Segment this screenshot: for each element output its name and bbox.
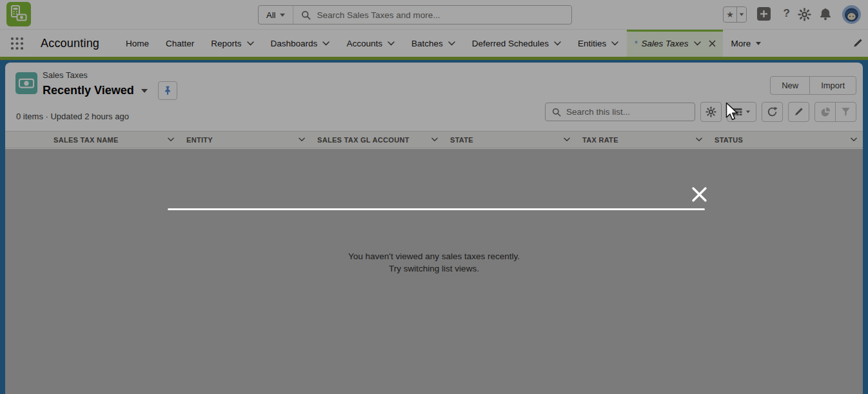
- app-name: Accounting: [41, 30, 99, 57]
- column-header-gl-account[interactable]: SALES TAX GL ACCOUNT: [311, 132, 444, 148]
- list-search-box: [545, 103, 695, 121]
- refresh-icon: [767, 106, 778, 117]
- chevron-down-icon[interactable]: [431, 137, 438, 142]
- chevron-down-icon[interactable]: [696, 137, 702, 142]
- new-button[interactable]: New: [770, 76, 810, 95]
- primary-actions: New Import: [770, 76, 856, 95]
- view-row: Recently Viewed: [43, 81, 177, 100]
- calculator-banknote-icon: [8, 3, 30, 25]
- tab-reports[interactable]: Reports: [202, 30, 262, 57]
- unsaved-asterisk: *: [634, 39, 637, 48]
- quick-add-button[interactable]: [756, 6, 771, 21]
- chevron-down-icon: [280, 14, 285, 17]
- tab-close-button[interactable]: [709, 40, 716, 47]
- refresh-button[interactable]: [762, 102, 783, 122]
- app-logo[interactable]: [6, 2, 31, 26]
- favorites-caret-button[interactable]: [737, 7, 746, 22]
- question-icon: ?: [784, 7, 790, 20]
- chart-filter-group: [814, 102, 856, 122]
- tab-label: Dashboards: [271, 39, 318, 48]
- tab-sales-taxes-active[interactable]: * Sales Taxes: [627, 30, 722, 57]
- overlay-divider-line: [168, 208, 705, 210]
- tab-label: Batches: [411, 39, 443, 48]
- astro-avatar: [842, 5, 861, 24]
- tab-chatter[interactable]: Chatter: [157, 30, 202, 57]
- magnifier-icon: [552, 108, 561, 117]
- chevron-down-icon: [448, 41, 455, 46]
- view-selector-caret[interactable]: [141, 89, 148, 93]
- column-header-status[interactable]: STATUS: [708, 132, 863, 148]
- banknote-icon: [17, 74, 36, 93]
- charts-button[interactable]: [814, 102, 836, 122]
- chevron-down-icon: [322, 41, 330, 46]
- gear-icon: [705, 106, 716, 117]
- tab-batches[interactable]: Batches: [403, 30, 464, 57]
- inline-edit-button[interactable]: [788, 102, 809, 122]
- import-button[interactable]: Import: [809, 76, 856, 95]
- bell-icon: [819, 7, 832, 21]
- chevron-down-icon: [247, 41, 254, 46]
- tab-label: Accounts: [346, 39, 382, 48]
- tab-deferred-schedules[interactable]: Deferred Schedules: [464, 30, 569, 57]
- tab-label: Chatter: [166, 39, 194, 48]
- tab-label: More: [731, 39, 751, 48]
- gear-icon: [798, 8, 811, 21]
- column-label: STATE: [450, 136, 473, 144]
- nav-edit-button[interactable]: [853, 38, 863, 51]
- chevron-down-icon[interactable]: [564, 137, 570, 142]
- table-icon: [733, 108, 742, 117]
- overlay-close-button[interactable]: [691, 186, 708, 206]
- search-scope-label: All: [266, 10, 275, 20]
- pencil-icon: [794, 107, 804, 117]
- caret-down-icon: [746, 111, 750, 113]
- table-header: SALES TAX NAME ENTITY SALES TAX GL ACCOU…: [5, 131, 863, 148]
- notifications-button[interactable]: [819, 7, 832, 21]
- column-header-entity[interactable]: ENTITY: [180, 132, 311, 148]
- tab-label: Sales Taxes: [642, 39, 689, 48]
- empty-state-line1: You haven't viewed any sales taxes recen…: [5, 250, 863, 262]
- column-header-sales-tax-name[interactable]: SALES TAX NAME: [47, 132, 180, 148]
- list-search-input[interactable]: [566, 107, 688, 117]
- chevron-down-icon[interactable]: [851, 137, 857, 142]
- plus-icon: [756, 6, 771, 21]
- column-label: STATUS: [715, 136, 743, 144]
- help-button[interactable]: ?: [784, 7, 790, 20]
- column-header-state[interactable]: STATE: [444, 132, 576, 148]
- tab-entities[interactable]: Entities: [569, 30, 627, 57]
- pin-list-view-button[interactable]: [158, 81, 177, 100]
- empty-state-line2: Try switching list views.: [5, 262, 863, 275]
- avatar[interactable]: [842, 5, 861, 24]
- column-header-tax-rate[interactable]: TAX RATE: [576, 132, 708, 148]
- app-launcher-button[interactable]: [10, 37, 24, 53]
- star-icon[interactable]: ★: [724, 7, 737, 22]
- search-scope-dropdown[interactable]: All: [259, 6, 293, 24]
- column-label: SALES TAX GL ACCOUNT: [317, 136, 409, 144]
- tab-label: Reports: [211, 39, 241, 48]
- list-view-name[interactable]: Recently Viewed: [43, 84, 134, 97]
- tab-more[interactable]: More: [723, 30, 770, 57]
- chevron-down-icon[interactable]: [299, 137, 305, 142]
- empty-state: You haven't viewed any sales taxes recen…: [5, 250, 863, 275]
- setup-button[interactable]: [798, 8, 811, 21]
- magnifier-icon: [301, 10, 311, 20]
- filter-button[interactable]: [835, 102, 856, 122]
- list-view-card: Sales Taxes Recently Viewed 0 items · Up…: [5, 63, 863, 394]
- page-background: Sales Taxes Recently Viewed 0 items · Up…: [0, 60, 868, 394]
- chevron-down-icon[interactable]: [168, 137, 174, 142]
- global-search: All: [258, 5, 572, 25]
- chevron-down-icon: [388, 41, 395, 46]
- global-search-input[interactable]: [317, 10, 564, 20]
- tab-home[interactable]: Home: [117, 30, 157, 57]
- close-x-icon: [691, 186, 708, 203]
- tab-dashboards[interactable]: Dashboards: [262, 30, 339, 57]
- pie-chart-icon: [820, 107, 831, 117]
- list-settings-button[interactable]: [700, 102, 722, 122]
- table-body: You haven't viewed any sales taxes recen…: [5, 148, 863, 394]
- caret-down-icon: [756, 42, 761, 45]
- chevron-down-icon: [694, 41, 701, 46]
- column-label: TAX RATE: [582, 136, 618, 144]
- display-as-button[interactable]: [727, 102, 756, 122]
- tab-accounts[interactable]: Accounts: [338, 30, 403, 57]
- nav-tabs: Home Chatter Reports Dashboards Accounts…: [117, 30, 769, 57]
- column-label: ENTITY: [186, 136, 213, 144]
